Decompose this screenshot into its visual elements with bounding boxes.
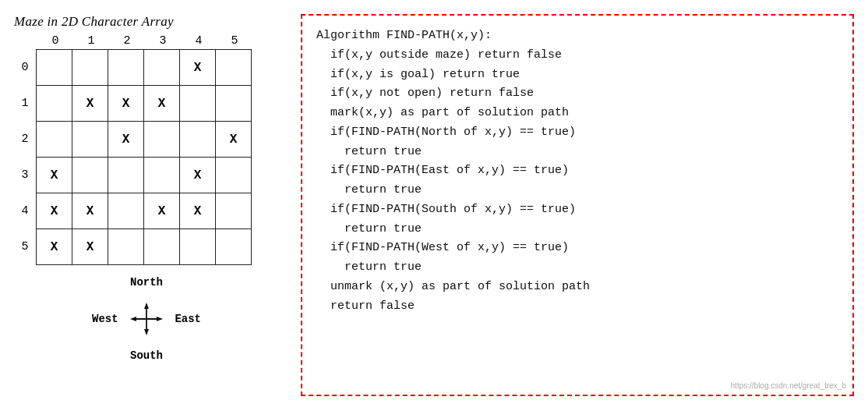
maze-cell-1-1: X — [72, 86, 108, 122]
maze-cell-5-5 — [216, 229, 252, 265]
col-header-0: 0 — [37, 34, 73, 48]
col-header-1: 1 — [73, 34, 109, 48]
row-headers: 0 1 2 3 4 5 — [14, 49, 36, 265]
maze-cell-5-2 — [108, 229, 144, 265]
maze-cell-2-4 — [180, 122, 216, 158]
compass-arrows — [129, 301, 164, 337]
maze-cell-3-1 — [72, 158, 108, 193]
maze-cell-3-0: X — [37, 158, 72, 193]
maze-cell-3-3 — [144, 158, 180, 193]
maze-cell-0-4: X — [180, 50, 216, 86]
row-header-3: 3 — [14, 157, 36, 193]
right-panel: Algorithm FIND-PATH(x,y): if(x,y outside… — [301, 14, 854, 396]
maze-cell-4-0: X — [37, 193, 72, 229]
maze-cell-0-0 — [37, 50, 72, 86]
col-header-3: 3 — [145, 34, 181, 48]
maze-cell-2-3 — [144, 122, 180, 158]
algorithm-text: Algorithm FIND-PATH(x,y): if(x,y outside… — [316, 27, 838, 316]
maze-cell-0-1 — [72, 50, 108, 86]
maze-cell-3-2 — [108, 158, 144, 193]
maze-cell-3-4: X — [180, 158, 216, 193]
compass: North South West East — [92, 276, 201, 362]
maze-cell-1-5 — [216, 86, 252, 122]
maze-cell-2-0 — [37, 122, 72, 158]
maze-cell-2-5: X — [216, 122, 252, 158]
maze-cell-5-0: X — [37, 229, 72, 265]
maze-cell-1-3: X — [144, 86, 180, 122]
compass-west-label: West — [92, 313, 118, 325]
maze-cell-4-1: X — [72, 193, 108, 229]
row-header-5: 5 — [14, 228, 36, 264]
maze-cell-0-3 — [144, 50, 180, 86]
maze-cell-2-1 — [72, 122, 108, 158]
maze-cell-4-5 — [216, 193, 252, 229]
maze-cell-4-4: X — [180, 193, 216, 229]
maze-cell-1-2: X — [108, 86, 144, 122]
col-header-4: 4 — [181, 34, 217, 48]
maze-cell-1-4 — [180, 86, 216, 122]
row-header-0: 0 — [14, 49, 36, 85]
svg-marker-3 — [144, 329, 149, 335]
row-header-4: 4 — [14, 193, 36, 228]
maze-cell-5-3 — [144, 229, 180, 265]
maze-cell-5-4 — [180, 229, 216, 265]
maze-cell-1-0 — [37, 86, 72, 122]
compass-area: North South West East — [14, 276, 279, 362]
compass-north-label: North — [130, 276, 163, 289]
col-header-2: 2 — [109, 34, 145, 48]
svg-marker-5 — [130, 317, 136, 321]
maze-grid: XXXXXXXXXXXXXX — [36, 49, 252, 265]
compass-south-label: South — [130, 349, 163, 362]
maze-cell-4-3: X — [144, 193, 180, 229]
maze-cell-5-1: X — [72, 229, 108, 265]
row-header-2: 2 — [14, 121, 36, 157]
svg-marker-4 — [157, 317, 163, 321]
maze-cell-2-2: X — [108, 122, 144, 158]
maze-cell-4-2 — [108, 193, 144, 229]
col-header-5: 5 — [217, 34, 252, 48]
watermark: https://blog.csdn.net/great_trex_b — [731, 381, 846, 390]
svg-marker-2 — [144, 303, 149, 309]
maze-title: Maze in 2D Character Array — [14, 14, 174, 30]
left-panel: Maze in 2D Character Array 0 1 2 3 4 5 0… — [14, 14, 279, 362]
maze-cell-0-2 — [108, 50, 144, 86]
maze-cell-3-5 — [216, 158, 252, 193]
compass-east-label: East — [175, 313, 201, 325]
maze-cell-0-5 — [216, 50, 252, 86]
maze-grid-wrapper: 0 1 2 3 4 5 XXXXXXXXXXXXXX — [14, 49, 252, 265]
row-header-1: 1 — [14, 85, 36, 121]
